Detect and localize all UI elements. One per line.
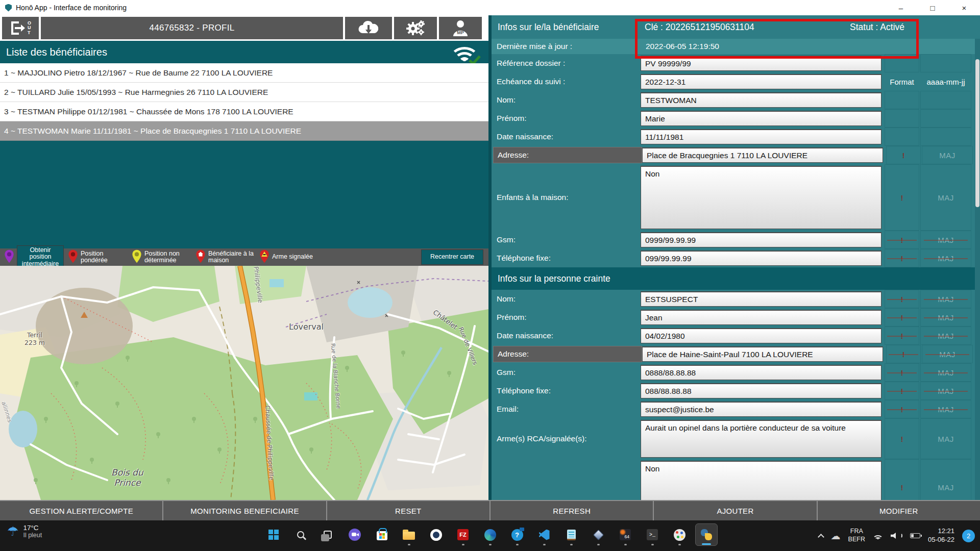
map-legend: Obtenir position intermédiaire Position … [0, 248, 488, 266]
palette-app-button[interactable] [668, 523, 691, 546]
suspect-date-naissance-input[interactable]: 04/02/1980 [641, 328, 881, 343]
suspect-adresse-input[interactable]: Place de Haine-Saint-Paul 7100 LA LOUVIE… [642, 346, 883, 362]
gsm-input[interactable]: 0999/99.99.99 [641, 232, 881, 247]
format-value: aaaa-mm-jj [920, 72, 971, 91]
maj-button[interactable]: MAJ [920, 308, 971, 327]
store-app-button[interactable] [371, 523, 393, 546]
maj-button[interactable]: MAJ [920, 382, 971, 400]
warn-indicator: ! [886, 146, 921, 164]
terminal-icon: >_ [647, 529, 658, 540]
prenom-input[interactable]: Marie [641, 111, 881, 126]
file-explorer-button[interactable] [398, 523, 420, 546]
suspect-prenom-input[interactable]: Jean [641, 310, 881, 325]
close-button[interactable]: × [948, 0, 980, 15]
folder-icon [403, 532, 415, 540]
chat-app-button[interactable] [344, 523, 366, 546]
suspect-row-date-naissance: Date naissance: 04/02/1980 ! MAJ [492, 327, 980, 345]
maj-button[interactable]: MAJ [920, 231, 971, 249]
maj-button[interactable]: MAJ [920, 327, 971, 345]
panel-scrollbar[interactable] [975, 39, 980, 500]
telephone-fixe-input[interactable]: 099/99.99.99 [641, 251, 881, 266]
task-view-button[interactable] [316, 523, 339, 546]
notification-badge[interactable]: 2 [962, 530, 975, 542]
edge-icon [484, 529, 496, 541]
notepad-button[interactable] [560, 523, 582, 546]
date-naissance-input[interactable]: 11/11/1981 [641, 129, 881, 144]
action-bar: GESTION ALERTE/COMPTE MONITORING BENEFIC… [0, 500, 980, 520]
field-label-highlighted: Adresse: [493, 346, 642, 362]
yellow-pin-icon [132, 249, 142, 264]
maj-button[interactable]: MAJ [920, 400, 971, 418]
hex64-app-button[interactable]: 64 [614, 523, 636, 546]
enfants-maison-input[interactable]: Non [641, 166, 881, 229]
search-button[interactable] [289, 523, 312, 546]
field-label: Enfants à la maison: [492, 164, 641, 231]
profile-bar[interactable]: 446765832 - PROFIL [41, 17, 343, 39]
clock-widget[interactable]: 12:21 05-06-22 [928, 527, 954, 544]
start-button[interactable] [262, 523, 285, 546]
modifier-button[interactable]: MODIFIER [817, 501, 980, 520]
reset-button[interactable]: RESET [326, 501, 489, 520]
maj-button[interactable]: MAJ [920, 290, 971, 308]
maximize-button[interactable]: □ [917, 0, 948, 15]
cloud-download-button[interactable] [345, 17, 392, 39]
adresse-input[interactable]: Place de Bracquegnies 1 7110 LA LOUVIERE [642, 147, 883, 163]
suspect-telephone-input[interactable]: 088/88.88.88 [641, 383, 881, 398]
onedrive-cloud-icon[interactable]: ☁ [831, 530, 841, 541]
map-canvas[interactable]: Philippeville Loverval Châtelet Rue de V… [0, 266, 488, 500]
terminal-button[interactable]: >_ [641, 523, 664, 546]
list-item[interactable]: 2 ~ TUILLARD Julie 15/05/1993 ~ Rue Harm… [0, 83, 488, 102]
warn-indicator: ! [885, 400, 919, 418]
filezilla-icon: FZ [457, 529, 469, 540]
warn-indicator: ! [885, 249, 919, 267]
maj-button[interactable]: MAJ [922, 345, 973, 363]
echeance-suivi-input[interactable]: 2022-12-31 [641, 74, 881, 89]
settings-button[interactable] [394, 17, 437, 39]
active-python-app-button[interactable] [695, 523, 718, 546]
logout-button[interactable]: OUT [2, 17, 39, 39]
maj-button[interactable]: MAJ [920, 164, 971, 231]
language-indicator[interactable]: FRA BEFR [848, 528, 865, 543]
battery-icon[interactable] [910, 533, 920, 538]
maj-button[interactable]: MAJ [920, 418, 971, 459]
maj-button[interactable]: MAJ [920, 459, 971, 500]
scrollbar-thumb[interactable] [975, 59, 979, 207]
beneficiary-section-header: Infos sur le/la bénéficiaire Clé : 20226… [492, 15, 980, 39]
filezilla-button[interactable]: FZ [452, 523, 474, 546]
messages-app-button[interactable]: ? [506, 523, 528, 546]
virtualbox-button[interactable] [587, 523, 609, 546]
list-item-selected[interactable]: 4 ~ TESTWOMAN Marie 11/11/1981 ~ Place d… [0, 121, 488, 141]
ajouter-button[interactable]: AJOUTER [653, 501, 816, 520]
edge-button[interactable] [479, 523, 501, 546]
list-item[interactable]: 1 ~ MAJJOLINO Pietro 18/12/1967 ~ Rue de… [0, 63, 488, 83]
vscode-button[interactable] [533, 523, 555, 546]
purple-pin-icon [4, 249, 14, 264]
umbrella-icon: ☂ [7, 524, 18, 539]
maj-button[interactable]: MAJ [920, 363, 971, 382]
gestion-alerte-button[interactable]: GESTION ALERTE/COMPTE [0, 501, 162, 520]
wifi-tray-icon[interactable] [873, 532, 883, 540]
suspect-email-input[interactable]: suspect@justice.be [641, 402, 881, 417]
suspect-armes-input[interactable]: Aurait un opinel dans la portière conduc… [641, 420, 881, 458]
warn-indicator: ! [885, 164, 919, 231]
monitoring-beneficiaire-button[interactable]: MONITORING BENEFICIAIRE [162, 501, 326, 520]
toolbar: OUT 446765832 - PROFIL [0, 15, 488, 41]
reference-dossier-input[interactable]: PV 99999/99 [641, 56, 881, 71]
maj-button[interactable]: MAJ [920, 249, 971, 267]
maj-button[interactable]: MAJ [922, 146, 973, 164]
nom-input[interactable]: TESTWOMAN [641, 92, 881, 108]
minimize-button[interactable]: – [885, 0, 917, 15]
volume-icon[interactable] [891, 533, 898, 539]
tray-chevron-up-icon[interactable] [818, 534, 824, 540]
suspect-complices-input[interactable]: Non [641, 461, 881, 500]
refresh-button[interactable]: REFRESH [489, 501, 653, 520]
settings-gears-icon [405, 19, 426, 37]
suspect-gsm-input[interactable]: 0888/88.88.88 [641, 365, 881, 380]
list-item[interactable]: 3 ~ TESTMAN Philippe 01/12/1981 ~ Chauss… [0, 102, 488, 121]
oval-app-button[interactable] [425, 523, 447, 546]
recenter-map-button[interactable]: Recentrer carte [421, 249, 483, 265]
suspect-nom-input[interactable]: ESTSUSPECT [641, 291, 881, 307]
weather-widget[interactable]: ☂ 17°C Il pleut [7, 524, 42, 539]
profile-mp-button[interactable]: MP [439, 17, 482, 39]
map-label-bois-du-prince: Bois du Prince [111, 467, 143, 488]
